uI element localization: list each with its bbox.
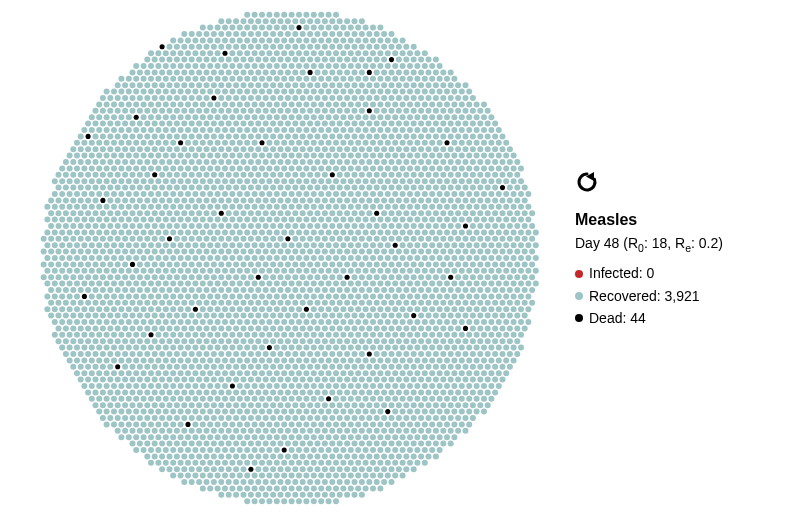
dot-recovered <box>244 140 250 146</box>
dot-recovered <box>392 114 398 120</box>
dot-recovered <box>363 396 369 402</box>
dot-recovered <box>296 229 302 235</box>
dot-recovered <box>248 338 254 344</box>
dot-recovered <box>266 127 272 133</box>
dot-recovered <box>485 351 491 357</box>
dot-recovered <box>500 338 506 344</box>
dot-recovered <box>318 268 324 274</box>
refresh-button[interactable] <box>575 170 599 194</box>
dot-recovered <box>303 37 309 43</box>
dot-recovered <box>266 255 272 261</box>
dot-recovered <box>126 114 132 120</box>
dot-recovered <box>70 236 76 242</box>
dot-recovered <box>437 242 443 248</box>
dot-recovered <box>418 441 424 447</box>
dot-recovered <box>263 428 269 434</box>
dot-recovered <box>130 377 136 383</box>
dot-recovered <box>389 364 395 370</box>
dot-recovered <box>200 383 206 389</box>
dot-recovered <box>200 204 206 210</box>
dot-recovered <box>285 108 291 114</box>
dot-recovered <box>237 345 243 351</box>
dot-recovered <box>426 223 432 229</box>
dot-recovered <box>407 153 413 159</box>
dot-recovered <box>107 274 113 280</box>
dot-recovered <box>422 357 428 363</box>
dot-recovered <box>163 50 169 56</box>
dot-recovered <box>196 274 202 280</box>
dot-recovered <box>485 159 491 165</box>
dot-recovered <box>70 197 76 203</box>
dot-recovered <box>477 313 483 319</box>
dot-recovered <box>311 140 317 146</box>
dot-recovered <box>307 274 313 280</box>
dot-recovered <box>463 121 469 127</box>
dot-dead <box>463 326 468 331</box>
dot-recovered <box>96 345 102 351</box>
dot-recovered <box>352 415 358 421</box>
dot-recovered <box>170 153 176 159</box>
dot-recovered <box>500 325 506 331</box>
dot-recovered <box>104 421 110 427</box>
dot-recovered <box>192 50 198 56</box>
dot-recovered <box>511 293 517 299</box>
dot-recovered <box>229 204 235 210</box>
dot-recovered <box>363 319 369 325</box>
dot-recovered <box>144 69 150 75</box>
dot-recovered <box>192 63 198 69</box>
dot-recovered <box>389 389 395 395</box>
dot-recovered <box>374 351 380 357</box>
dot-recovered <box>459 319 465 325</box>
dot-recovered <box>307 108 313 114</box>
dot-recovered <box>278 261 284 267</box>
dot-recovered <box>155 421 161 427</box>
dot-recovered <box>470 338 476 344</box>
dot-recovered <box>503 255 509 261</box>
dot-recovered <box>433 415 439 421</box>
dot-recovered <box>370 332 376 338</box>
dot-recovered <box>178 37 184 43</box>
dot-recovered <box>303 217 309 223</box>
dot-recovered <box>381 172 387 178</box>
dot-recovered <box>204 325 210 331</box>
dot-recovered <box>107 377 113 383</box>
dot-recovered <box>470 121 476 127</box>
dot-recovered <box>381 159 387 165</box>
dot-recovered <box>59 217 65 223</box>
dot-dead <box>148 332 153 337</box>
dot-recovered <box>155 447 161 453</box>
dot-recovered <box>259 370 265 376</box>
dot-recovered <box>159 159 165 165</box>
dot-recovered <box>174 300 180 306</box>
dot-recovered <box>400 306 406 312</box>
dot-recovered <box>248 274 254 280</box>
dot-recovered <box>300 441 306 447</box>
dot-recovered <box>300 492 306 498</box>
dot-recovered <box>292 69 298 75</box>
dot-recovered <box>100 185 106 191</box>
dot-recovered <box>329 466 335 472</box>
dot-recovered <box>385 434 391 440</box>
dot-recovered <box>381 185 387 191</box>
dot-recovered <box>259 153 265 159</box>
dot-recovered <box>192 332 198 338</box>
dot-recovered <box>174 377 180 383</box>
dot-recovered <box>318 12 324 18</box>
dot-recovered <box>122 261 128 267</box>
dot-recovered <box>329 146 335 152</box>
dot-recovered <box>248 108 254 114</box>
dot-recovered <box>311 498 317 504</box>
dot-recovered <box>252 332 258 338</box>
dot-recovered <box>70 351 76 357</box>
dot-recovered <box>237 255 243 261</box>
dot-recovered <box>518 255 524 261</box>
dot-recovered <box>414 332 420 338</box>
dot-recovered <box>218 428 224 434</box>
dot-recovered <box>100 389 106 395</box>
dot-recovered <box>448 351 454 357</box>
dot-recovered <box>229 153 235 159</box>
dot-recovered <box>281 460 287 466</box>
dot-recovered <box>104 242 110 248</box>
dot-recovered <box>437 293 443 299</box>
dot-recovered <box>241 338 247 344</box>
